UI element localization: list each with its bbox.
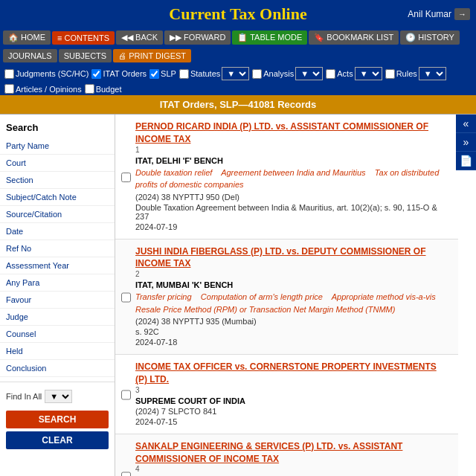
filter-rules-checkbox[interactable]	[385, 69, 395, 79]
result-1-court: ITAT, DELHI 'F' BENCH	[135, 156, 451, 165]
result-3-court: SUPREME COURT OF INDIA	[135, 396, 451, 405]
app-title: Current Tax Online	[169, 4, 306, 24]
side-tools: « » 📄	[456, 115, 476, 170]
sidebar-section[interactable]: Section	[0, 172, 115, 189]
sidebar-date[interactable]: Date	[0, 223, 115, 240]
result-item: SANKALP ENGINEERING & SERVICES (P) LTD. …	[115, 434, 458, 476]
result-4-num: 4	[135, 465, 451, 473]
sidebar-divider	[0, 382, 115, 382]
filter-rules[interactable]: Rules ▼	[385, 67, 446, 80]
sidebar-counsel[interactable]: Counsel	[0, 326, 115, 343]
result-2-section: s. 92C	[135, 327, 451, 336]
logout-button[interactable]: →	[454, 8, 470, 20]
filter-slp[interactable]: SLP	[149, 69, 176, 79]
filter-analysis-checkbox[interactable]	[252, 69, 262, 79]
header: Current Tax Online Anil Kumar →	[0, 0, 476, 28]
sidebar-title: Search	[0, 119, 115, 138]
user-area: Anil Kumar →	[408, 8, 470, 20]
result-item: JUSHI INDIA FIBERGLASS (P) LTD. vs. DEPU…	[115, 239, 458, 356]
sidebar-party-name[interactable]: Party Name	[0, 138, 115, 155]
table-mode-button[interactable]: 📋 TABLE MODE	[232, 30, 307, 45]
filter-bar-1: Judgments (SC/HC) ITAT Orders SLP Statut…	[0, 65, 476, 83]
result-2-body: JUSHI INDIA FIBERGLASS (P) LTD. vs. DEPU…	[135, 245, 451, 349]
result-2-checkbox[interactable]	[121, 247, 131, 349]
filter-statutes-checkbox[interactable]	[179, 69, 189, 79]
filter-itat[interactable]: ITAT Orders	[91, 69, 147, 79]
journals-button[interactable]: JOURNALS	[3, 49, 57, 62]
result-1-num: 1	[135, 146, 451, 154]
sidebar-subject[interactable]: Subject/Catch Note	[0, 189, 115, 206]
bookmark-list-button[interactable]: 🔖 BOOKMARK LIST	[309, 30, 399, 45]
result-2-date: 2024-07-18	[135, 338, 451, 347]
sidebar-favour[interactable]: Favour	[0, 292, 115, 309]
home-button[interactable]: 🏠 HOME	[3, 30, 51, 45]
main-layout: Search Party Name Court Section Subject/…	[0, 115, 476, 476]
result-4-title[interactable]: SANKALP ENGINEERING & SERVICES (P) LTD. …	[135, 440, 451, 466]
filter-bar-2: Articles / Opinions Budget	[0, 83, 476, 95]
clear-button[interactable]: CLEAR	[6, 431, 109, 449]
sidebar-refno[interactable]: Ref No	[0, 240, 115, 257]
filter-judgments-checkbox[interactable]	[4, 69, 14, 79]
result-3-checkbox[interactable]	[121, 362, 131, 428]
filter-acts[interactable]: Acts ▼	[326, 67, 382, 80]
result-2-num: 2	[135, 270, 451, 278]
history-button[interactable]: 🕑 HISTORY	[400, 30, 460, 45]
sidebar-assessment-year[interactable]: Assessment Year	[0, 257, 115, 274]
filter-statutes[interactable]: Statutes ▼	[179, 67, 249, 80]
sidebar-find-in-all[interactable]: Find In All ▼	[0, 387, 115, 406]
contents-button[interactable]: ≡ CONTENTS	[52, 31, 115, 45]
result-3-date: 2024-07-15	[135, 417, 451, 426]
result-item: INCOME TAX OFFICER vs. CORNERSTONE PROPE…	[115, 355, 458, 434]
find-in-all-label: Find In All	[6, 392, 42, 401]
result-1-title[interactable]: PERNOD RICARD INDIA (P) LTD. vs. ASSISTA…	[135, 120, 451, 146]
sidebar-any-para[interactable]: Any Para	[0, 274, 115, 292]
result-2-court: ITAT, MUMBAI 'K' BENCH	[135, 280, 451, 289]
sidebar-conclusion[interactable]: Conclusion	[0, 360, 115, 377]
result-2-citation: (2024) 38 NYPTTJ 935 (Mumbai)	[135, 317, 451, 326]
nav-bar-1: 🏠 HOME ≡ CONTENTS ◀◀ BACK ▶▶ FORWARD 📋 T…	[0, 28, 476, 47]
rules-select[interactable]: ▼	[419, 67, 446, 80]
sidebar-court[interactable]: Court	[0, 155, 115, 172]
statutes-select[interactable]: ▼	[222, 67, 249, 80]
sidebar-source[interactable]: Source/Citation	[0, 206, 115, 223]
collapse-left-button[interactable]: «	[456, 115, 476, 133]
filter-articles[interactable]: Articles / Opinions	[4, 84, 82, 94]
document-button[interactable]: 📄	[456, 152, 476, 170]
acts-select[interactable]: ▼	[355, 67, 382, 80]
result-3-body: INCOME TAX OFFICER vs. CORNERSTONE PROPE…	[135, 361, 451, 428]
filter-budget[interactable]: Budget	[85, 84, 122, 94]
subjects-button[interactable]: SUBJECTS	[59, 49, 112, 62]
results-container: PERNOD RICARD INDIA (P) LTD. vs. ASSISTA…	[115, 115, 476, 476]
back-button[interactable]: ◀◀ BACK	[116, 30, 163, 45]
filter-slp-checkbox[interactable]	[149, 69, 159, 79]
result-1-checkbox[interactable]	[121, 122, 131, 233]
filter-budget-checkbox[interactable]	[85, 84, 94, 94]
sidebar-judge[interactable]: Judge	[0, 309, 115, 326]
result-1-body: PERNOD RICARD INDIA (P) LTD. vs. ASSISTA…	[135, 120, 451, 233]
result-1-date: 2024-07-19	[135, 222, 451, 231]
result-1-citation: (2024) 38 NYPTTJ 950 (Del)	[135, 193, 451, 202]
filter-articles-checkbox[interactable]	[4, 84, 14, 94]
sidebar: Search Party Name Court Section Subject/…	[0, 115, 115, 476]
result-3-num: 3	[135, 386, 451, 394]
result-3-title[interactable]: INCOME TAX OFFICER vs. CORNERSTONE PROPE…	[135, 361, 451, 386]
filter-itat-checkbox[interactable]	[91, 69, 101, 79]
result-3-citation: (2024) 7 SLPCTO 841	[135, 407, 451, 416]
username: Anil Kumar	[408, 9, 451, 19]
result-4-body: SANKALP ENGINEERING & SERVICES (P) LTD. …	[135, 440, 451, 476]
find-in-all-select[interactable]: ▼	[45, 390, 72, 403]
result-1-section: Double Taxation Agreement between India …	[135, 203, 451, 221]
search-button[interactable]: SEARCH	[6, 411, 109, 428]
analysis-select[interactable]: ▼	[295, 67, 323, 80]
filter-analysis[interactable]: Analysis ▼	[252, 67, 323, 80]
sidebar-held[interactable]: Held	[0, 343, 115, 360]
result-2-title[interactable]: JUSHI INDIA FIBERGLASS (P) LTD. vs. DEPU…	[135, 245, 451, 271]
result-4-checkbox[interactable]	[121, 442, 131, 476]
forward-button[interactable]: ▶▶ FORWARD	[164, 30, 231, 45]
expand-right-button[interactable]: »	[456, 133, 476, 152]
nav-bar-2: JOURNALS SUBJECTS 🖨 PRINT DIGEST	[0, 47, 476, 65]
filter-acts-checkbox[interactable]	[326, 69, 335, 79]
print-digest-button[interactable]: 🖨 PRINT DIGEST	[113, 49, 191, 62]
filter-judgments[interactable]: Judgments (SC/HC)	[4, 69, 89, 79]
result-header: ITAT Orders, SLP—41081 Records	[0, 95, 476, 115]
